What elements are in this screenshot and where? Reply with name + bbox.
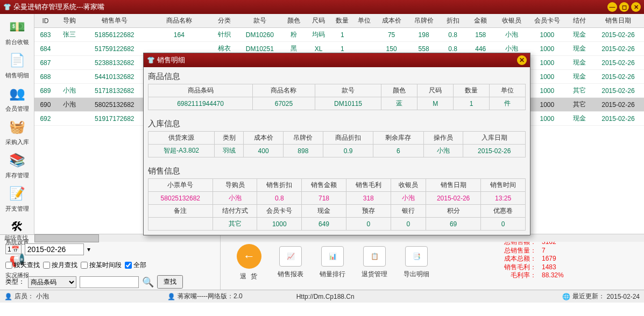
super-search-panel: 超级查找 1📅 ▾ 按天查找 按月查找 按某时间段 全部 类型： 商品条码 🔍 … xyxy=(0,235,221,290)
sidebar-item-3[interactable]: 🧺采购入库 xyxy=(0,114,34,147)
return-button[interactable]: ← 退 货 xyxy=(237,244,261,281)
sidebar-item-0[interactable]: 💵前台收银 xyxy=(0,14,34,47)
refund-button[interactable]: 📋退货管理 xyxy=(362,246,387,279)
dropdown-icon[interactable]: ▾ xyxy=(87,246,90,253)
rank-button[interactable]: 📊销量排行 xyxy=(320,246,345,279)
search-input[interactable] xyxy=(80,276,139,288)
section-sale: 销售信息 xyxy=(148,166,526,176)
col-header[interactable]: 成本价 xyxy=(376,14,408,28)
sidebar-icon: 📝 xyxy=(6,183,28,204)
calendar-icon[interactable]: 1📅 xyxy=(5,245,22,254)
minimize-button[interactable]: — xyxy=(607,2,617,12)
app-icon: 👕 xyxy=(3,3,11,11)
col-header[interactable]: 吊牌价 xyxy=(408,14,440,28)
sidebar-label: 开支管理 xyxy=(5,205,29,213)
search-button[interactable]: 查找 xyxy=(157,275,183,289)
refund-icon: 📋 xyxy=(363,246,386,267)
report-icon: 📈 xyxy=(279,246,302,267)
total-row: 成本总额：1679 xyxy=(488,255,639,263)
section-stock: 入库信息 xyxy=(148,119,526,129)
export-icon: 📑 xyxy=(405,246,428,267)
totals-panel: 总销售额：3162总销售量：7成本总额：1679销售毛利：1483毛利率：88.… xyxy=(483,235,644,290)
col-header[interactable]: 会员卡号 xyxy=(528,14,567,28)
sidebar-item-4[interactable]: 📚库存管理 xyxy=(0,147,34,181)
sale-table: 小票单号导购员销售折扣销售金额销售毛利收银员销售日期销售时间 580251326… xyxy=(148,178,526,231)
detail-modal: 👕 销售明细 ✕ 商品信息 商品条码商品名称款号颜色尺码数量单位69821119… xyxy=(143,53,530,235)
globe-icon: 🌐 xyxy=(562,293,570,300)
col-header[interactable]: 导购 xyxy=(56,14,82,28)
search-icon[interactable]: 🔍 xyxy=(142,276,154,288)
sidebar-label: 会员管理 xyxy=(5,105,29,113)
chk-all[interactable]: 全部 xyxy=(125,261,146,270)
type-select[interactable]: 商品条码 xyxy=(28,276,76,288)
col-header[interactable]: 折扣 xyxy=(440,14,466,28)
sidebar-item-1[interactable]: 📄销售明细 xyxy=(0,47,34,81)
col-header[interactable]: 销售单号 xyxy=(82,14,147,28)
chk-month[interactable]: 按月查找 xyxy=(43,261,77,270)
col-header[interactable]: 款号 xyxy=(237,14,282,28)
total-row: 总销售量：7 xyxy=(488,247,639,255)
product-table: 商品条码商品名称款号颜色尺码数量单位698211194447067025DM10… xyxy=(148,84,526,110)
col-header[interactable]: 颜色 xyxy=(282,14,306,28)
store-icon: 👤 xyxy=(167,293,175,300)
sidebar-icon: 📚 xyxy=(6,149,28,171)
sidebar-icon: 📄 xyxy=(6,49,28,71)
sidebar-icon: 🧺 xyxy=(6,116,28,138)
section-product: 商品信息 xyxy=(148,71,526,82)
table-row[interactable]: 683张三51856122682164针织DM10260粉均码1751980.8… xyxy=(34,28,644,42)
modal-icon: 👕 xyxy=(147,56,155,64)
app-title: 朵曼进销存管理系统---蒋家嘴 xyxy=(13,2,607,12)
date-input[interactable] xyxy=(25,243,84,255)
sidebar-label: 前台收银 xyxy=(5,38,29,46)
sidebar-label: 库存管理 xyxy=(5,171,29,179)
type-label: 类型： xyxy=(5,277,25,286)
sidebar-label: 采购入库 xyxy=(5,138,29,146)
statusbar: 👤店员：小泡 👤蒋家嘴-----网络版：2.0 Http://Dm.Cp188.… xyxy=(0,290,644,303)
export-button[interactable]: 📑导出明细 xyxy=(404,246,429,279)
report-button[interactable]: 📈销售报表 xyxy=(278,246,303,279)
user-icon: 👤 xyxy=(4,293,12,300)
sidebar-item-2[interactable]: 👥会员管理 xyxy=(0,81,34,114)
col-header[interactable]: 销售日期 xyxy=(592,14,644,28)
modal-close-button[interactable]: ✕ xyxy=(517,55,527,65)
titlebar: 👕 朵曼进销存管理系统---蒋家嘴 — ◻ ✕ xyxy=(0,0,644,14)
sidebar-icon: 💵 xyxy=(6,16,28,38)
return-icon: ← xyxy=(237,244,261,269)
sidebar-item-5[interactable]: 📝开支管理 xyxy=(0,181,34,214)
col-header[interactable]: 商品名称 xyxy=(147,14,211,28)
maximize-button[interactable]: ◻ xyxy=(619,2,629,12)
col-header[interactable]: 单位 xyxy=(353,14,376,28)
stock-table: 供货来源类别成本价吊牌价商品折扣剩余库存操作员入库日期智超-A3.802羽绒40… xyxy=(148,131,526,157)
chk-range[interactable]: 按某时间段 xyxy=(81,261,122,270)
col-header[interactable]: 收银员 xyxy=(496,14,528,28)
rank-icon: 📊 xyxy=(321,246,344,267)
super-legend: 超级查找 xyxy=(4,234,28,242)
col-header[interactable]: 数量 xyxy=(331,14,353,28)
close-button[interactable]: ✕ xyxy=(631,2,641,12)
chk-day[interactable]: 按天查找 xyxy=(5,261,40,270)
sidebar-icon: 👥 xyxy=(6,83,28,104)
col-header[interactable]: 尺码 xyxy=(306,14,331,28)
total-row: 销售毛利：1483 xyxy=(488,263,639,272)
col-header[interactable]: 结付 xyxy=(567,14,592,28)
sidebar: 💵前台收银📄销售明细👥会员管理🧺采购入库📚库存管理📝开支管理🛠系统设置📢实况播报 xyxy=(0,14,34,234)
col-header[interactable]: 金额 xyxy=(466,14,496,28)
col-header[interactable]: ID xyxy=(34,14,56,28)
sidebar-label: 销售明细 xyxy=(5,71,29,80)
total-row: 毛利率：88.32% xyxy=(488,271,639,280)
modal-title: 销售明细 xyxy=(157,55,517,65)
col-header[interactable]: 分类 xyxy=(211,14,237,28)
